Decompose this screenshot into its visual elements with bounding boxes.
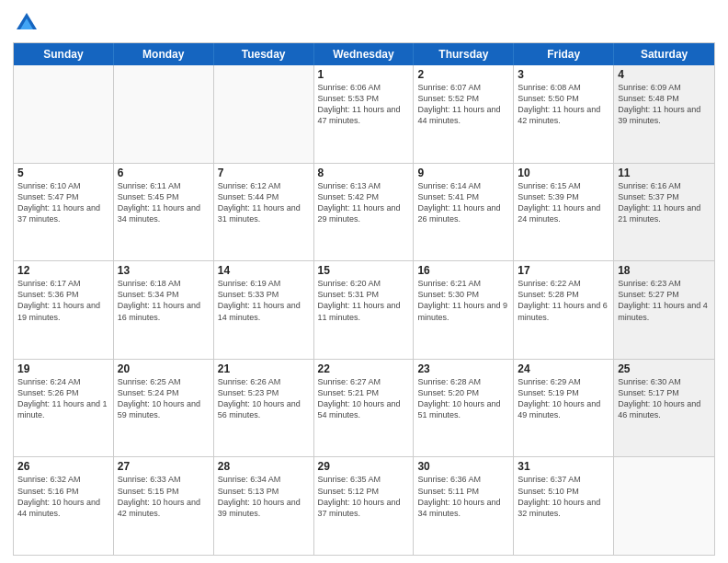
- day-number: 13: [118, 264, 210, 277]
- day-info: Sunrise: 6:35 AM Sunset: 5:12 PM Dayligh…: [318, 474, 410, 519]
- day-cell-9: 9Sunrise: 6:14 AM Sunset: 5:41 PM Daylig…: [414, 164, 514, 261]
- header-day-monday: Monday: [114, 43, 214, 65]
- day-cell-5: 5Sunrise: 6:10 AM Sunset: 5:47 PM Daylig…: [14, 164, 114, 261]
- day-cell-empty-0-0: [14, 65, 114, 163]
- day-info: Sunrise: 6:14 AM Sunset: 5:41 PM Dayligh…: [417, 180, 509, 225]
- day-number: 30: [417, 460, 509, 473]
- day-cell-20: 20Sunrise: 6:25 AM Sunset: 5:24 PM Dayli…: [114, 360, 214, 457]
- day-number: 27: [118, 460, 210, 473]
- day-cell-12: 12Sunrise: 6:17 AM Sunset: 5:36 PM Dayli…: [14, 261, 114, 359]
- day-info: Sunrise: 6:07 AM Sunset: 5:52 PM Dayligh…: [417, 82, 509, 127]
- week-row-3: 12Sunrise: 6:17 AM Sunset: 5:36 PM Dayli…: [14, 260, 714, 359]
- day-number: 28: [218, 460, 310, 473]
- header-day-wednesday: Wednesday: [314, 43, 415, 65]
- header-day-saturday: Saturday: [614, 43, 714, 65]
- day-number: 22: [318, 362, 410, 375]
- day-info: Sunrise: 6:37 AM Sunset: 5:10 PM Dayligh…: [518, 474, 609, 519]
- day-info: Sunrise: 6:15 AM Sunset: 5:39 PM Dayligh…: [518, 180, 609, 225]
- header-day-friday: Friday: [514, 43, 614, 65]
- calendar-body: 1Sunrise: 6:06 AM Sunset: 5:53 PM Daylig…: [14, 65, 714, 555]
- day-number: 2: [417, 68, 509, 81]
- day-cell-26: 26Sunrise: 6:32 AM Sunset: 5:16 PM Dayli…: [14, 457, 114, 555]
- day-info: Sunrise: 6:10 AM Sunset: 5:47 PM Dayligh…: [17, 180, 109, 225]
- page: SundayMondayTuesdayWednesdayThursdayFrid…: [0, 0, 728, 563]
- day-cell-empty-0-2: [214, 65, 314, 163]
- day-cell-6: 6Sunrise: 6:11 AM Sunset: 5:45 PM Daylig…: [114, 164, 214, 261]
- day-cell-3: 3Sunrise: 6:08 AM Sunset: 5:50 PM Daylig…: [514, 65, 614, 163]
- day-info: Sunrise: 6:11 AM Sunset: 5:45 PM Dayligh…: [118, 180, 210, 225]
- day-info: Sunrise: 6:22 AM Sunset: 5:28 PM Dayligh…: [518, 278, 609, 323]
- day-cell-10: 10Sunrise: 6:15 AM Sunset: 5:39 PM Dayli…: [514, 164, 614, 261]
- day-cell-22: 22Sunrise: 6:27 AM Sunset: 5:21 PM Dayli…: [314, 360, 415, 457]
- day-number: 18: [618, 264, 711, 277]
- day-cell-31: 31Sunrise: 6:37 AM Sunset: 5:10 PM Dayli…: [514, 457, 614, 555]
- week-row-5: 26Sunrise: 6:32 AM Sunset: 5:16 PM Dayli…: [14, 456, 714, 555]
- calendar-header: SundayMondayTuesdayWednesdayThursdayFrid…: [14, 43, 714, 65]
- calendar: SundayMondayTuesdayWednesdayThursdayFrid…: [13, 42, 715, 556]
- day-info: Sunrise: 6:30 AM Sunset: 5:17 PM Dayligh…: [618, 376, 711, 421]
- day-number: 3: [518, 68, 609, 81]
- day-number: 25: [618, 362, 711, 375]
- day-number: 15: [318, 264, 410, 277]
- day-number: 1: [318, 68, 410, 81]
- day-number: 6: [118, 167, 210, 179]
- day-info: Sunrise: 6:28 AM Sunset: 5:20 PM Dayligh…: [417, 376, 509, 421]
- day-info: Sunrise: 6:12 AM Sunset: 5:44 PM Dayligh…: [218, 180, 310, 225]
- day-info: Sunrise: 6:23 AM Sunset: 5:27 PM Dayligh…: [618, 278, 711, 323]
- day-cell-23: 23Sunrise: 6:28 AM Sunset: 5:20 PM Dayli…: [414, 360, 514, 457]
- logo-icon: [13, 9, 40, 37]
- day-number: 21: [218, 362, 310, 375]
- day-number: 12: [17, 264, 109, 277]
- week-row-1: 1Sunrise: 6:06 AM Sunset: 5:53 PM Daylig…: [14, 65, 714, 163]
- day-info: Sunrise: 6:25 AM Sunset: 5:24 PM Dayligh…: [118, 376, 210, 421]
- week-row-2: 5Sunrise: 6:10 AM Sunset: 5:47 PM Daylig…: [14, 163, 714, 261]
- day-info: Sunrise: 6:29 AM Sunset: 5:19 PM Dayligh…: [518, 376, 609, 421]
- header-day-thursday: Thursday: [414, 43, 514, 65]
- day-number: 14: [218, 264, 310, 277]
- day-info: Sunrise: 6:18 AM Sunset: 5:34 PM Dayligh…: [118, 278, 210, 323]
- day-info: Sunrise: 6:21 AM Sunset: 5:30 PM Dayligh…: [417, 278, 509, 323]
- day-cell-empty-0-1: [114, 65, 214, 163]
- day-number: 4: [618, 68, 711, 81]
- day-cell-17: 17Sunrise: 6:22 AM Sunset: 5:28 PM Dayli…: [514, 261, 614, 359]
- day-info: Sunrise: 6:34 AM Sunset: 5:13 PM Dayligh…: [218, 474, 310, 519]
- day-info: Sunrise: 6:36 AM Sunset: 5:11 PM Dayligh…: [417, 474, 509, 519]
- day-info: Sunrise: 6:17 AM Sunset: 5:36 PM Dayligh…: [17, 278, 109, 323]
- day-cell-24: 24Sunrise: 6:29 AM Sunset: 5:19 PM Dayli…: [514, 360, 614, 457]
- day-cell-21: 21Sunrise: 6:26 AM Sunset: 5:23 PM Dayli…: [214, 360, 314, 457]
- day-cell-4: 4Sunrise: 6:09 AM Sunset: 5:48 PM Daylig…: [614, 65, 714, 163]
- day-cell-1: 1Sunrise: 6:06 AM Sunset: 5:53 PM Daylig…: [314, 65, 415, 163]
- day-number: 31: [518, 460, 609, 473]
- day-cell-16: 16Sunrise: 6:21 AM Sunset: 5:30 PM Dayli…: [414, 261, 514, 359]
- day-info: Sunrise: 6:08 AM Sunset: 5:50 PM Dayligh…: [518, 82, 609, 127]
- day-info: Sunrise: 6:13 AM Sunset: 5:42 PM Dayligh…: [318, 180, 410, 225]
- day-cell-14: 14Sunrise: 6:19 AM Sunset: 5:33 PM Dayli…: [214, 261, 314, 359]
- day-number: 19: [17, 362, 109, 375]
- day-number: 7: [218, 167, 310, 179]
- day-info: Sunrise: 6:20 AM Sunset: 5:31 PM Dayligh…: [318, 278, 410, 323]
- day-number: 9: [417, 167, 509, 179]
- day-number: 10: [518, 167, 609, 179]
- day-cell-13: 13Sunrise: 6:18 AM Sunset: 5:34 PM Dayli…: [114, 261, 214, 359]
- day-cell-8: 8Sunrise: 6:13 AM Sunset: 5:42 PM Daylig…: [314, 164, 415, 261]
- day-cell-11: 11Sunrise: 6:16 AM Sunset: 5:37 PM Dayli…: [614, 164, 714, 261]
- day-number: 17: [518, 264, 609, 277]
- day-cell-28: 28Sunrise: 6:34 AM Sunset: 5:13 PM Dayli…: [214, 457, 314, 555]
- day-cell-empty-4-6: [614, 457, 714, 555]
- day-info: Sunrise: 6:26 AM Sunset: 5:23 PM Dayligh…: [218, 376, 310, 421]
- header-day-tuesday: Tuesday: [214, 43, 314, 65]
- day-cell-2: 2Sunrise: 6:07 AM Sunset: 5:52 PM Daylig…: [414, 65, 514, 163]
- day-info: Sunrise: 6:24 AM Sunset: 5:26 PM Dayligh…: [17, 376, 109, 421]
- logo: [13, 9, 44, 37]
- day-cell-30: 30Sunrise: 6:36 AM Sunset: 5:11 PM Dayli…: [414, 457, 514, 555]
- day-info: Sunrise: 6:27 AM Sunset: 5:21 PM Dayligh…: [318, 376, 410, 421]
- day-number: 20: [118, 362, 210, 375]
- day-number: 23: [417, 362, 509, 375]
- day-number: 29: [318, 460, 410, 473]
- day-number: 26: [17, 460, 109, 473]
- day-info: Sunrise: 6:09 AM Sunset: 5:48 PM Dayligh…: [618, 82, 711, 127]
- day-cell-29: 29Sunrise: 6:35 AM Sunset: 5:12 PM Dayli…: [314, 457, 415, 555]
- day-info: Sunrise: 6:33 AM Sunset: 5:15 PM Dayligh…: [118, 474, 210, 519]
- day-number: 11: [618, 167, 711, 179]
- day-cell-7: 7Sunrise: 6:12 AM Sunset: 5:44 PM Daylig…: [214, 164, 314, 261]
